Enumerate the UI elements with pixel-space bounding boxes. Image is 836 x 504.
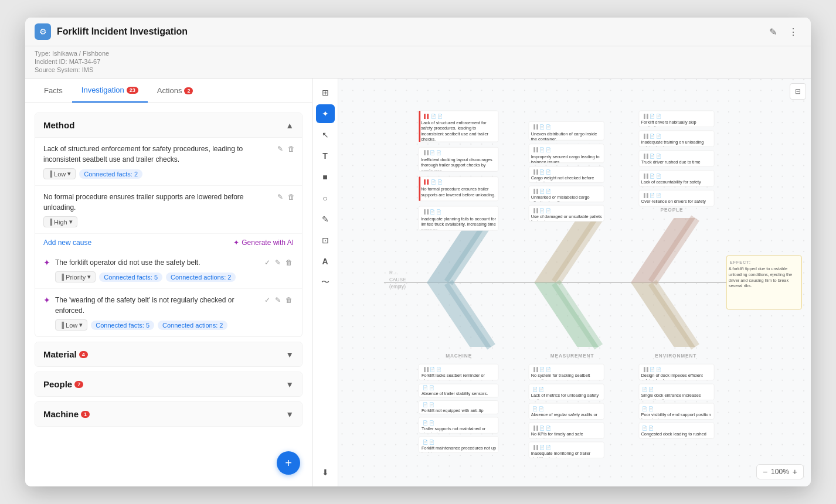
ai-cause-body-2: The 'wearing of the safety belt' is not … xyxy=(55,295,259,331)
tab-investigation[interactable]: Investigation 23 xyxy=(72,79,148,103)
zoom-out-button[interactable]: − xyxy=(762,467,769,476)
tab-facts[interactable]: Facts xyxy=(35,79,72,103)
edit-title-button[interactable]: ✎ xyxy=(766,25,780,39)
material-badge: 4 xyxy=(79,351,88,358)
more-options-button[interactable]: ⋮ xyxy=(785,25,801,39)
material-header[interactable]: Material4 ▼ xyxy=(35,342,302,366)
machine-chevron: ▼ xyxy=(286,410,294,419)
edit-cause-1-button[interactable]: ✎ xyxy=(276,144,284,154)
generate-ai-button[interactable]: ✦ Generate with AI xyxy=(233,239,294,247)
method-title: Method xyxy=(43,120,74,130)
svg-text:📄 📄: 📄 📄 xyxy=(642,425,654,431)
edit-ai-cause-2-button[interactable]: ✎ xyxy=(274,295,282,305)
edit-cause-2-button[interactable]: ✎ xyxy=(276,192,284,202)
main-body: Facts Investigation 23 Actions 2 Method xyxy=(25,79,811,486)
delete-ai-cause-2-button[interactable]: 🗑 xyxy=(284,295,294,305)
svg-text:📄 📄: 📄 📄 xyxy=(642,406,654,411)
download-tool-button[interactable]: ⬇ xyxy=(316,463,335,482)
select-tool-button[interactable]: ↖ xyxy=(316,125,335,144)
svg-text:▐▐ 📄 📄: ▐▐ 📄 📄 xyxy=(642,114,661,120)
add-cause-button[interactable]: Add new cause xyxy=(43,239,91,247)
people-section: People7 ▼ xyxy=(35,372,303,397)
svg-text:▐▐ 📄 📄: ▐▐ 📄 📄 xyxy=(532,367,552,373)
delete-ai-cause-1-button[interactable]: 🗑 xyxy=(284,257,294,268)
ai-priority-badge-2[interactable]: ▐ Low ▾ xyxy=(55,319,87,331)
ai-priority-badge-1[interactable]: ▐ Priority ▾ xyxy=(55,271,96,282)
zoom-level: 100% xyxy=(771,468,789,476)
svg-text:▐▐ 📄 📄: ▐▐ 📄 📄 xyxy=(642,367,661,373)
svg-text:EFFECT:: EFFECT: xyxy=(730,260,751,265)
delete-cause-1-button[interactable]: 🗑 xyxy=(287,144,296,154)
incident-id: Incident ID: MAT-34-67 xyxy=(35,58,801,65)
ai-sparkle-icon-2: ✦ xyxy=(43,295,50,305)
ai-cause-actions-1: ✓ ✎ 🗑 xyxy=(263,257,294,268)
meta-info: Type: Ishikawa / Fishbone Incident ID: M… xyxy=(25,46,811,79)
priority-badge-2[interactable]: ▐ High ▾ xyxy=(43,216,77,227)
connected-tag-1: Connected facts: 2 xyxy=(79,169,142,179)
special-tool-button[interactable]: ✦ xyxy=(316,104,335,123)
zoom-controls: − 100% + xyxy=(756,464,804,479)
collapse-diagram-button[interactable]: ⊟ xyxy=(790,83,806,100)
ai-connected-facts-2: Connected facts: 5 xyxy=(91,321,154,330)
svg-text:ENVIRONMENT: ENVIRONMENT xyxy=(655,353,696,359)
ai-cause-actions-2: ✓ ✎ 🗑 xyxy=(263,295,294,305)
svg-text:MACHINE: MACHINE xyxy=(446,353,472,359)
people-header[interactable]: People7 ▼ xyxy=(35,372,302,396)
zoom-in-button[interactable]: + xyxy=(791,467,798,476)
font-tool-button[interactable]: A xyxy=(316,252,335,271)
ai-connected-actions-2: Connected actions: 2 xyxy=(158,321,227,330)
actions-badge: 2 xyxy=(184,87,193,94)
vertical-toolbar: ⊞ ✦ ↖ T ■ ○ ✎ ⊡ A 〜 ⬇ xyxy=(312,79,338,486)
accept-ai-cause-1-button[interactable]: ✓ xyxy=(263,257,271,268)
people-chevron: ▼ xyxy=(286,380,294,389)
tab-actions[interactable]: Actions 2 xyxy=(148,79,203,103)
svg-text:📄 📄: 📄 📄 xyxy=(532,387,545,392)
svg-text:▐▐ 📄 📄: ▐▐ 📄 📄 xyxy=(532,147,552,153)
svg-text:(empty): (empty) xyxy=(389,284,406,290)
svg-text:▐▐: ▐▐ xyxy=(423,179,429,185)
source-system: Source System: IMS xyxy=(35,66,801,73)
svg-text:📄 📄: 📄 📄 xyxy=(423,420,435,425)
add-fab-button[interactable]: + xyxy=(277,451,300,475)
machine-title: Machine1 xyxy=(43,409,90,419)
svg-text:📄 📄: 📄 📄 xyxy=(431,179,443,185)
frame-tool-button[interactable]: ⊡ xyxy=(316,231,335,250)
shape-tool-button[interactable]: ■ xyxy=(316,168,335,186)
cause-meta-2: ▐ High ▾ xyxy=(43,216,294,227)
edit-ai-cause-1-button[interactable]: ✎ xyxy=(274,257,282,268)
svg-text:▐▐ 📄 📄: ▐▐ 📄 📄 xyxy=(642,193,661,199)
pencil-tool-button[interactable]: ✎ xyxy=(316,210,335,229)
machine-header[interactable]: Machine1 ▼ xyxy=(35,402,302,426)
panel-toggle-button[interactable]: ⊞ xyxy=(316,83,335,102)
svg-text:▐▐ 📄 📄: ▐▐ 📄 📄 xyxy=(532,189,552,195)
wave-tool-button[interactable]: 〜 xyxy=(316,273,335,292)
investigation-badge: 23 xyxy=(127,87,138,94)
ai-cause-meta-2: ▐ Low ▾ Connected facts: 5 Connected act… xyxy=(55,319,259,331)
cause-item-1: Lack of structured enforcement for safet… xyxy=(35,138,302,186)
method-chevron: ▲ xyxy=(286,121,294,130)
material-chevron: ▼ xyxy=(286,350,294,359)
cause-item-2: No formal procedure ensures trailer supp… xyxy=(35,186,302,234)
bar-icon-1: ▐ xyxy=(48,171,52,177)
accept-ai-cause-2-button[interactable]: ✓ xyxy=(263,295,271,305)
svg-text:▐▐ 📄 📄: ▐▐ 📄 📄 xyxy=(642,134,661,139)
text-tool-button[interactable]: T xyxy=(316,147,335,165)
svg-text:▐▐ 📄 📄: ▐▐ 📄 📄 xyxy=(423,209,442,215)
svg-text:📄 📄: 📄 📄 xyxy=(532,406,545,411)
cause-meta-1: ▐ Low ▾ Connected facts: 2 xyxy=(43,168,294,179)
method-header[interactable]: Method ▲ xyxy=(35,113,302,138)
ai-bar-icon-2: ▐ xyxy=(60,322,64,328)
people-title: People7 xyxy=(43,379,83,389)
svg-text:📄 📄: 📄 📄 xyxy=(423,385,435,390)
ai-cause-item-1: ✦ The forklift operator did not use the … xyxy=(35,251,302,289)
svg-text:📄 📄: 📄 📄 xyxy=(423,402,435,407)
delete-cause-2-button[interactable]: 🗑 xyxy=(287,192,296,202)
svg-rect-32 xyxy=(419,177,420,201)
svg-rect-26 xyxy=(419,111,420,142)
priority-badge-1[interactable]: ▐ Low ▾ xyxy=(43,168,76,179)
ai-connected-actions-1: Connected actions: 2 xyxy=(166,273,236,282)
circle-tool-button[interactable]: ○ xyxy=(316,189,335,207)
ai-connected-facts-1: Connected facts: 5 xyxy=(99,273,162,282)
panel-content: Method ▲ Lack of structured enforcement … xyxy=(25,103,312,486)
svg-text:▐▐ 📄 📄: ▐▐ 📄 📄 xyxy=(532,208,552,214)
